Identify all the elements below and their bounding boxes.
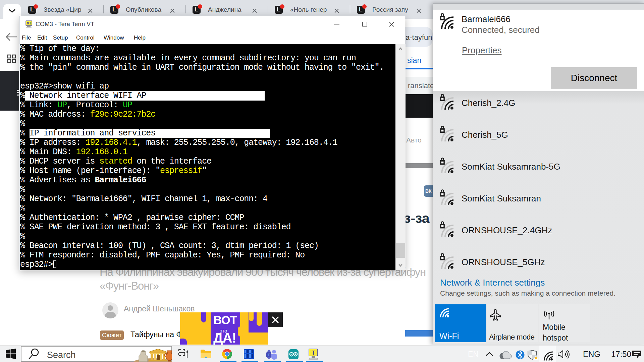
svg-text:T: T (268, 353, 270, 357)
svg-text:!: ! (536, 357, 536, 359)
svg-text:T: T (312, 350, 315, 356)
svg-text:VT: VT (27, 21, 31, 25)
